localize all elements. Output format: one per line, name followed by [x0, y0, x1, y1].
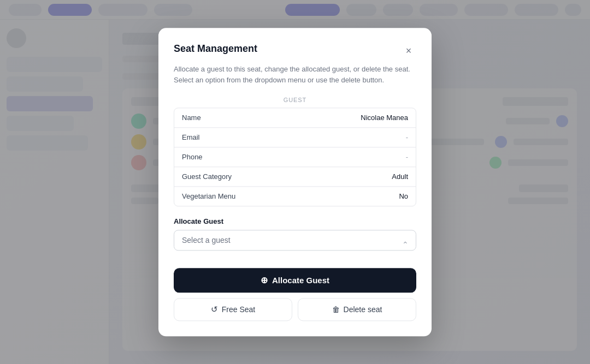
close-button[interactable]: × — [401, 43, 416, 58]
row-label: Vegetarian Menu — [182, 192, 235, 200]
secondary-button-row: ↺ Free Seat 🗑 Delete seat — [174, 298, 416, 321]
row-value: - — [406, 133, 408, 141]
table-row: Guest CategoryAdult — [174, 167, 416, 187]
free-seat-button[interactable]: ↺ Free Seat — [174, 298, 292, 321]
table-row: Phone- — [174, 147, 416, 167]
trash-icon: 🗑 — [332, 305, 340, 314]
row-value: Adult — [392, 172, 408, 181]
table-row: Vegetarian MenuNo — [174, 187, 416, 206]
free-seat-icon: ↺ — [211, 305, 218, 314]
guest-info-table: NameNicolae ManeaEmail-Phone-Guest Categ… — [174, 108, 416, 206]
row-label: Phone — [182, 153, 203, 161]
allocate-guest-label: Allocate Guest — [174, 217, 416, 225]
row-value: No — [399, 192, 408, 200]
allocate-guest-button[interactable]: ⊕ Allocate Guest — [174, 268, 416, 293]
allocate-button-label: Allocate Guest — [272, 276, 329, 285]
modal-header: Seat Management × — [174, 43, 416, 58]
row-label: Name — [182, 114, 201, 122]
table-row: NameNicolae Manea — [174, 108, 416, 128]
delete-seat-button[interactable]: 🗑 Delete seat — [298, 298, 416, 321]
guest-select-dropdown[interactable]: Select a guest — [174, 230, 416, 250]
modal-description: Allocate a guest to this seat, change th… — [174, 64, 416, 86]
seat-management-modal: Seat Management × Allocate a guest to th… — [158, 28, 432, 336]
row-value: Nicolae Manea — [361, 114, 408, 122]
row-label: Email — [182, 133, 200, 141]
modal-title: Seat Management — [174, 43, 257, 55]
row-value: - — [406, 153, 408, 161]
guest-section-label: GUEST — [174, 97, 416, 103]
delete-seat-label: Delete seat — [344, 305, 382, 314]
row-label: Guest Category — [182, 172, 232, 181]
guest-select-wrapper: Select a guest ⌃ — [174, 230, 416, 259]
allocate-icon: ⊕ — [261, 275, 268, 285]
table-row: Email- — [174, 128, 416, 147]
free-seat-label: Free Seat — [222, 305, 255, 314]
